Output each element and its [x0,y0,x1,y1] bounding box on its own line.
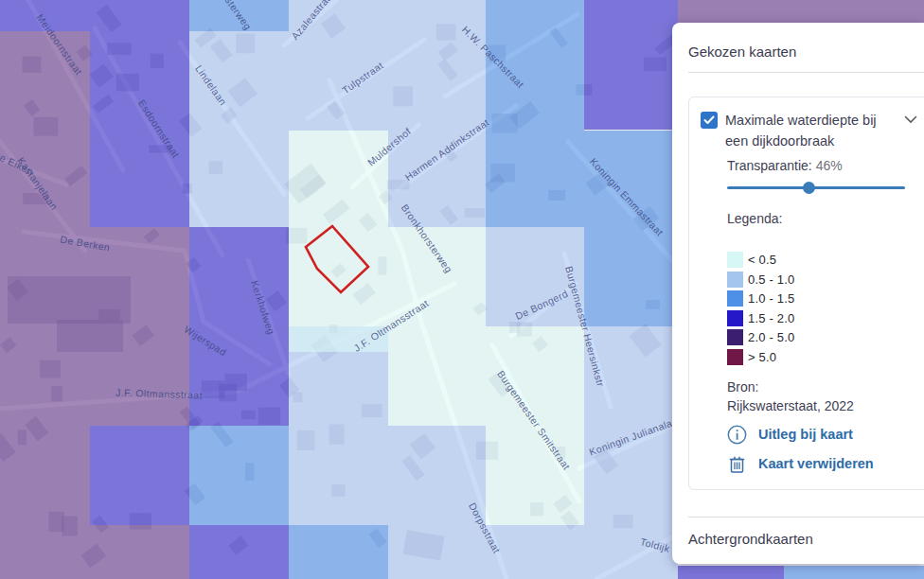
legend-swatch [727,349,743,365]
divider [688,517,924,518]
legend-label: < 0.5 [748,253,776,267]
legend-label: > 5.0 [748,350,776,364]
legend-label: 2.0 - 5.0 [748,330,795,344]
transparency-label: Transparantie: 46% [727,158,919,173]
layers-panel: Gekozen kaarten Maximale waterdiepte bij… [672,23,924,564]
info-icon [727,425,747,445]
legend: < 0.50.5 - 1.01.0 - 1.51.5 - 2.02.0 - 5.… [727,252,919,365]
legend-swatch [727,329,743,345]
transparency-value: 46% [816,158,843,173]
legend-item: > 5.0 [727,349,919,365]
layer-card: Maximale waterdiepte bij een dijkdoorbra… [688,96,924,490]
slider-track[interactable] [727,186,905,189]
chevron-down-icon[interactable] [904,115,917,124]
remove-link[interactable]: Kaart verwijderen [727,454,919,474]
legend-swatch [727,272,743,288]
transparency-slider[interactable] [727,182,905,194]
legend-label: 0.5 - 1.0 [748,272,795,287]
trash-icon [727,454,747,474]
legend-label: 1.5 - 2.0 [748,311,795,325]
legend-swatch [727,252,743,268]
legend-item: 1.0 - 1.5 [727,290,919,307]
divider [688,72,924,73]
source-block: Bron: Rijkswaterstaat, 2022 [727,377,919,415]
legend-title: Legenda: [727,211,919,226]
legend-item: 2.0 - 5.0 [727,329,919,345]
legend-item: < 0.5 [727,252,919,268]
legend-label: 1.0 - 1.5 [748,291,795,306]
legend-item: 1.5 - 2.0 [727,310,919,326]
layer-label: Maximale waterdiepte bij een dijkdoorbra… [725,110,898,151]
panel-title: Gekozen kaarten [688,44,924,60]
legend-item: 0.5 - 1.0 [727,272,919,288]
legend-swatch [727,290,743,307]
checkmark-icon [703,115,715,125]
source-label: Bron: [727,377,919,396]
source-value: Rijkswaterstaat, 2022 [727,396,919,415]
explain-link[interactable]: Uitleg bij kaart [727,425,919,445]
legend-swatch [727,310,743,326]
background-maps-section-header[interactable]: Achtergrondkaarten [688,531,924,547]
layer-checkbox[interactable] [701,112,718,129]
slider-handle[interactable] [803,182,815,194]
